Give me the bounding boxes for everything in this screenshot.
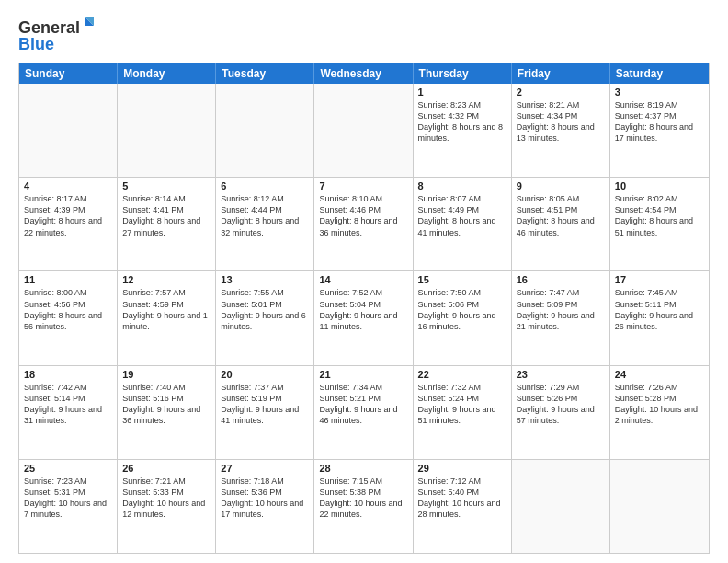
calendar-cell: 18Sunrise: 7:42 AMSunset: 5:14 PMDayligh… bbox=[19, 366, 118, 459]
header-cell-monday: Monday bbox=[118, 63, 216, 84]
header-cell-friday: Friday bbox=[512, 63, 610, 84]
header-cell-tuesday: Tuesday bbox=[216, 63, 314, 84]
day-number: 21 bbox=[319, 369, 407, 380]
day-number: 10 bbox=[615, 180, 704, 191]
calendar-cell: 22Sunrise: 7:32 AMSunset: 5:24 PMDayligh… bbox=[414, 366, 512, 459]
day-info: Sunrise: 8:23 AMSunset: 4:32 PMDaylight:… bbox=[418, 99, 506, 144]
calendar-cell bbox=[314, 84, 413, 177]
day-number: 5 bbox=[122, 180, 210, 191]
day-number: 17 bbox=[615, 274, 704, 285]
header-cell-wednesday: Wednesday bbox=[314, 63, 413, 84]
day-number: 8 bbox=[418, 180, 506, 191]
day-info: Sunrise: 8:21 AMSunset: 4:34 PMDaylight:… bbox=[517, 99, 605, 144]
day-number: 14 bbox=[319, 274, 407, 285]
day-number: 16 bbox=[517, 274, 605, 285]
day-info: Sunrise: 8:00 AMSunset: 4:56 PMDaylight:… bbox=[24, 287, 112, 332]
day-number: 12 bbox=[122, 274, 210, 285]
day-number: 24 bbox=[615, 369, 704, 380]
calendar-cell: 16Sunrise: 7:47 AMSunset: 5:09 PMDayligh… bbox=[512, 271, 610, 364]
calendar-row: 25Sunrise: 7:23 AMSunset: 5:31 PMDayligh… bbox=[19, 459, 709, 553]
calendar-cell: 7Sunrise: 8:10 AMSunset: 4:46 PMDaylight… bbox=[314, 178, 413, 270]
calendar-cell: 15Sunrise: 7:50 AMSunset: 5:06 PMDayligh… bbox=[414, 271, 512, 364]
day-info: Sunrise: 7:34 AMSunset: 5:21 PMDaylight:… bbox=[319, 382, 407, 427]
calendar-cell: 17Sunrise: 7:45 AMSunset: 5:11 PMDayligh… bbox=[610, 271, 709, 364]
calendar-cell: 1Sunrise: 8:23 AMSunset: 4:32 PMDaylight… bbox=[414, 84, 512, 177]
day-number: 28 bbox=[319, 463, 407, 474]
calendar-cell: 13Sunrise: 7:55 AMSunset: 5:01 PMDayligh… bbox=[216, 271, 314, 364]
day-info: Sunrise: 7:23 AMSunset: 5:31 PMDaylight:… bbox=[24, 476, 112, 521]
calendar-cell bbox=[512, 460, 610, 553]
day-info: Sunrise: 7:32 AMSunset: 5:24 PMDaylight:… bbox=[418, 382, 506, 427]
day-number: 13 bbox=[221, 274, 309, 285]
calendar-cell bbox=[216, 84, 314, 177]
day-info: Sunrise: 8:10 AMSunset: 4:46 PMDaylight:… bbox=[319, 193, 407, 238]
day-info: Sunrise: 7:26 AMSunset: 5:28 PMDaylight:… bbox=[615, 382, 704, 427]
logo-svg: GeneralBlue bbox=[18, 15, 101, 55]
day-info: Sunrise: 7:12 AMSunset: 5:40 PMDaylight:… bbox=[418, 476, 506, 521]
calendar: SundayMondayTuesdayWednesdayThursdayFrid… bbox=[18, 63, 710, 554]
calendar-cell: 19Sunrise: 7:40 AMSunset: 5:16 PMDayligh… bbox=[118, 366, 216, 459]
day-number: 9 bbox=[517, 180, 605, 191]
day-number: 1 bbox=[418, 86, 506, 98]
day-info: Sunrise: 8:12 AMSunset: 4:44 PMDaylight:… bbox=[221, 193, 309, 238]
calendar-cell: 11Sunrise: 8:00 AMSunset: 4:56 PMDayligh… bbox=[19, 271, 118, 364]
svg-text:General: General bbox=[18, 18, 80, 37]
day-number: 19 bbox=[122, 369, 210, 380]
calendar-cell: 3Sunrise: 8:19 AMSunset: 4:37 PMDaylight… bbox=[610, 84, 709, 177]
day-number: 6 bbox=[221, 180, 309, 191]
day-number: 27 bbox=[221, 463, 309, 474]
header: GeneralBlue bbox=[18, 15, 710, 55]
logo: GeneralBlue bbox=[18, 15, 101, 55]
calendar-cell: 2Sunrise: 8:21 AMSunset: 4:34 PMDaylight… bbox=[512, 84, 610, 177]
day-number: 29 bbox=[418, 463, 506, 474]
calendar-cell: 27Sunrise: 7:18 AMSunset: 5:36 PMDayligh… bbox=[216, 460, 314, 553]
day-info: Sunrise: 8:07 AMSunset: 4:49 PMDaylight:… bbox=[418, 193, 506, 238]
calendar-header: SundayMondayTuesdayWednesdayThursdayFrid… bbox=[19, 63, 709, 84]
calendar-cell bbox=[610, 460, 709, 553]
day-info: Sunrise: 7:47 AMSunset: 5:09 PMDaylight:… bbox=[517, 287, 605, 332]
page: GeneralBlue SundayMondayTuesdayWednesday… bbox=[0, 0, 728, 563]
day-number: 7 bbox=[319, 180, 407, 191]
calendar-cell: 26Sunrise: 7:21 AMSunset: 5:33 PMDayligh… bbox=[118, 460, 216, 553]
calendar-cell: 12Sunrise: 7:57 AMSunset: 4:59 PMDayligh… bbox=[118, 271, 216, 364]
day-info: Sunrise: 7:37 AMSunset: 5:19 PMDaylight:… bbox=[221, 382, 309, 427]
day-info: Sunrise: 7:52 AMSunset: 5:04 PMDaylight:… bbox=[319, 287, 407, 332]
day-number: 2 bbox=[517, 86, 605, 98]
calendar-cell: 6Sunrise: 8:12 AMSunset: 4:44 PMDaylight… bbox=[216, 178, 314, 270]
calendar-cell: 23Sunrise: 7:29 AMSunset: 5:26 PMDayligh… bbox=[512, 366, 610, 459]
day-info: Sunrise: 7:55 AMSunset: 5:01 PMDaylight:… bbox=[221, 287, 309, 332]
calendar-cell bbox=[118, 84, 216, 177]
day-info: Sunrise: 7:50 AMSunset: 5:06 PMDaylight:… bbox=[418, 287, 506, 332]
calendar-row: 11Sunrise: 8:00 AMSunset: 4:56 PMDayligh… bbox=[19, 270, 709, 364]
day-number: 3 bbox=[615, 86, 704, 98]
day-number: 26 bbox=[122, 463, 210, 474]
calendar-cell: 5Sunrise: 8:14 AMSunset: 4:41 PMDaylight… bbox=[118, 178, 216, 270]
day-info: Sunrise: 8:05 AMSunset: 4:51 PMDaylight:… bbox=[517, 193, 605, 238]
day-info: Sunrise: 7:15 AMSunset: 5:38 PMDaylight:… bbox=[319, 476, 407, 521]
day-number: 20 bbox=[221, 369, 309, 380]
day-number: 25 bbox=[24, 463, 112, 474]
calendar-cell: 25Sunrise: 7:23 AMSunset: 5:31 PMDayligh… bbox=[19, 460, 118, 553]
day-info: Sunrise: 8:14 AMSunset: 4:41 PMDaylight:… bbox=[122, 193, 210, 238]
day-number: 18 bbox=[24, 369, 112, 380]
day-number: 4 bbox=[24, 180, 112, 191]
day-info: Sunrise: 7:40 AMSunset: 5:16 PMDaylight:… bbox=[122, 382, 210, 427]
calendar-body: 1Sunrise: 8:23 AMSunset: 4:32 PMDaylight… bbox=[19, 84, 709, 553]
calendar-cell: 8Sunrise: 8:07 AMSunset: 4:49 PMDaylight… bbox=[414, 178, 512, 270]
calendar-cell: 20Sunrise: 7:37 AMSunset: 5:19 PMDayligh… bbox=[216, 366, 314, 459]
day-info: Sunrise: 7:57 AMSunset: 4:59 PMDaylight:… bbox=[122, 287, 210, 332]
day-number: 23 bbox=[517, 369, 605, 380]
header-cell-saturday: Saturday bbox=[610, 63, 709, 84]
day-number: 11 bbox=[24, 274, 112, 285]
day-info: Sunrise: 7:45 AMSunset: 5:11 PMDaylight:… bbox=[615, 287, 704, 332]
calendar-row: 4Sunrise: 8:17 AMSunset: 4:39 PMDaylight… bbox=[19, 177, 709, 270]
day-number: 22 bbox=[418, 369, 506, 380]
day-info: Sunrise: 7:18 AMSunset: 5:36 PMDaylight:… bbox=[221, 476, 309, 521]
day-info: Sunrise: 8:19 AMSunset: 4:37 PMDaylight:… bbox=[615, 99, 704, 144]
day-info: Sunrise: 8:02 AMSunset: 4:54 PMDaylight:… bbox=[615, 193, 704, 238]
day-info: Sunrise: 8:17 AMSunset: 4:39 PMDaylight:… bbox=[24, 193, 112, 238]
day-info: Sunrise: 7:29 AMSunset: 5:26 PMDaylight:… bbox=[517, 382, 605, 427]
calendar-cell: 29Sunrise: 7:12 AMSunset: 5:40 PMDayligh… bbox=[414, 460, 512, 553]
day-info: Sunrise: 7:42 AMSunset: 5:14 PMDaylight:… bbox=[24, 382, 112, 427]
day-info: Sunrise: 7:21 AMSunset: 5:33 PMDaylight:… bbox=[122, 476, 210, 521]
